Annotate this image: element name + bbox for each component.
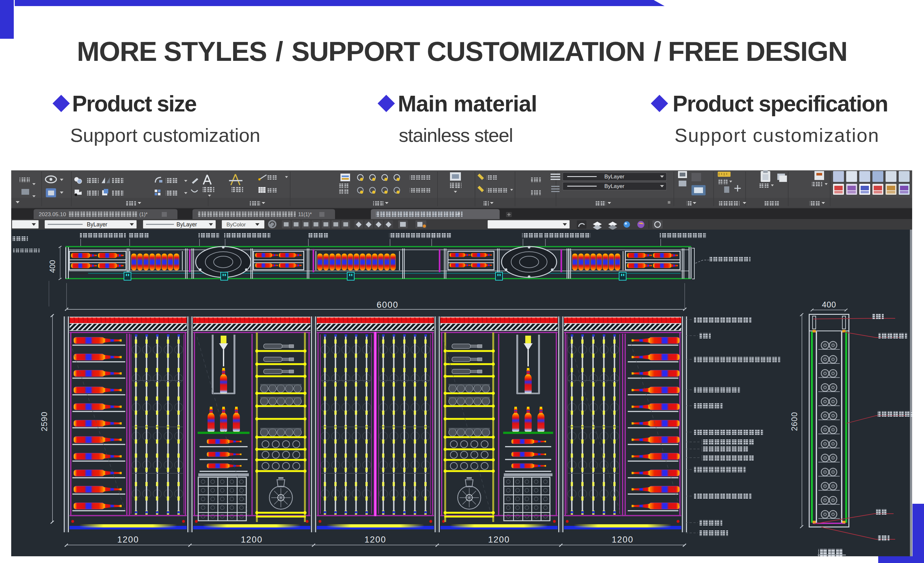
svg-text:(1)*: (1)* xyxy=(140,212,148,217)
svg-text:1200: 1200 xyxy=(612,535,633,544)
svg-text:400: 400 xyxy=(48,260,57,273)
svg-text:6000: 6000 xyxy=(376,300,398,310)
svg-text:1200: 1200 xyxy=(241,535,262,544)
svg-text:ByLayer: ByLayer xyxy=(604,183,624,189)
svg-text:ByLayer: ByLayer xyxy=(87,221,107,228)
svg-text:2023.05.10: 2023.05.10 xyxy=(39,212,66,218)
svg-text:2600: 2600 xyxy=(790,412,799,431)
svg-text:400: 400 xyxy=(822,300,836,309)
svg-text:11(1)*: 11(1)* xyxy=(298,212,312,217)
svg-text:1200: 1200 xyxy=(364,535,386,544)
svg-text:ByLayer: ByLayer xyxy=(604,174,624,180)
svg-text:1200: 1200 xyxy=(488,535,510,544)
svg-text:ByLayer: ByLayer xyxy=(177,221,197,228)
svg-text:-*: -* xyxy=(456,212,460,217)
svg-text:ByColor: ByColor xyxy=(226,222,246,228)
svg-text:2590: 2590 xyxy=(39,411,49,431)
svg-text:1200: 1200 xyxy=(117,535,139,544)
